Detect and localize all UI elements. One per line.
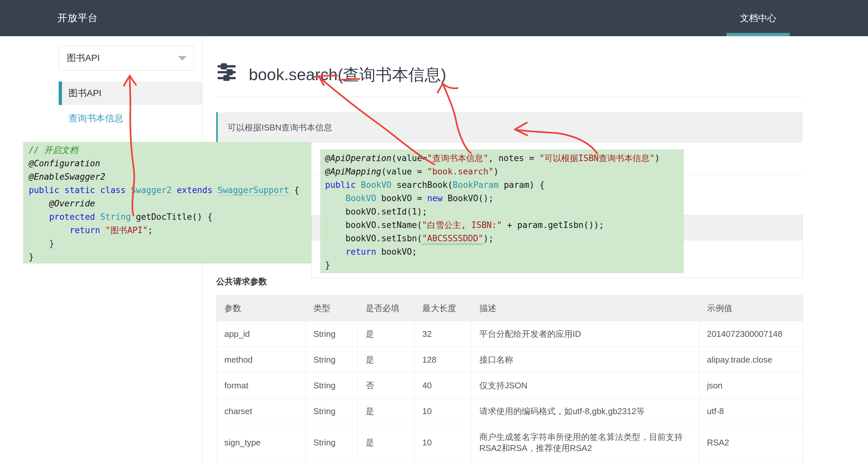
table-cell: 40 [414, 373, 471, 399]
table-cell: RSA2 [699, 424, 803, 461]
table-cell: 是 [358, 399, 414, 424]
table-row: app_idString是32平台分配给开发者的应用ID201407230000… [217, 321, 803, 347]
table-cell: String [306, 373, 358, 399]
indent-guide [326, 199, 326, 261]
code-line: protected String getDocTitle() { [29, 210, 311, 224]
code-line: bookVO.setName("白雪公主, ISBN:" + param.get… [325, 218, 684, 232]
api-select-value: 图书API [67, 52, 100, 64]
table-cell: 是 [358, 321, 414, 347]
table-cell: json [699, 373, 803, 399]
code-line: // 开启文档 [29, 144, 311, 157]
indent-guide [29, 196, 29, 260]
info-banner-text: 可以根据ISBN查询书本信息 [227, 122, 332, 133]
table-column-header: 类型 [306, 296, 358, 321]
code-line: BookVO bookVO = new BookVO(); [325, 192, 684, 205]
code-block-swagger-config: // 开启文档@Configuration@EnableSwagger2publ… [23, 142, 311, 264]
code-line: @ApiOperation(value="查询书本信息", notes = "可… [325, 152, 684, 165]
table-cell: charset [217, 399, 306, 424]
sidebar-item-book-api[interactable]: 图书API [59, 82, 202, 105]
table-cell: 平台分配给开发者的应用ID [471, 321, 699, 347]
table-cell: 接口名称 [471, 347, 699, 373]
table-cell: method [217, 347, 306, 373]
table-row: charsetString是10请求使用的编码格式，如utf-8,gbk,gb2… [217, 399, 803, 424]
top-navigation-bar: 开放平台 文档中心 [0, 0, 868, 36]
table-column-header: 示例值 [699, 296, 803, 321]
table-cell: 是 [358, 424, 414, 461]
table-column-header: 最大长度 [414, 296, 471, 321]
indent-guide [51, 236, 52, 249]
table-cell: String [306, 399, 358, 424]
table-column-header: 参数 [217, 296, 306, 321]
page-title: book.search(查询书本信息) [249, 64, 446, 86]
table-cell: 128 [414, 347, 471, 373]
sidebar-link-query-book-info[interactable]: 查询书本信息 [68, 112, 123, 125]
table-cell [471, 461, 699, 465]
code-line: bookVO.setId(1); [325, 205, 684, 218]
code-line: public static class Swagger2 extends Swa… [29, 184, 311, 197]
table-cell [414, 461, 471, 465]
code-line: bookVO.setIsbn("ABCSSSSDDD"); [325, 232, 684, 245]
table-cell: String [306, 424, 358, 461]
code-line: } [325, 258, 684, 272]
info-banner: 可以根据ISBN查询书本信息 [216, 112, 803, 143]
active-item-accent-bar [59, 82, 62, 105]
title-divider [216, 96, 803, 97]
sidebar-item-label: 图书API [68, 87, 101, 99]
table-cell [699, 461, 803, 465]
table-cell [358, 461, 414, 465]
code-line: @EnableSwagger2 [29, 170, 311, 184]
section-heading-public-request-params: 公共请求参数 [216, 276, 267, 287]
code-block-controller-method: @ApiOperation(value="查询书本信息", notes = "可… [320, 149, 684, 273]
code-line: @Override [29, 197, 311, 210]
nav-item-doc-center[interactable]: 文档中心 [726, 0, 790, 36]
table-column-header: 描述 [471, 296, 699, 321]
table-row-partial [217, 461, 803, 465]
table-cell: format [217, 373, 306, 399]
table-column-header: 是否必填 [358, 296, 414, 321]
table-cell: String [306, 347, 358, 373]
code-line: } [29, 250, 311, 264]
table-cell: 10 [414, 424, 471, 461]
table-cell: 32 [414, 321, 471, 347]
brand-title: 开放平台 [57, 0, 98, 36]
table-cell: app_id [217, 321, 306, 347]
page: 开放平台 文档中心 图书API 图书API 查询书本信息 book.search… [0, 0, 868, 465]
table-cell: utf-8 [699, 399, 803, 424]
chevron-down-icon [178, 56, 187, 61]
table-cell [217, 461, 306, 465]
table-row: formatString否40仅支持JSONjson [217, 373, 803, 399]
code-line: public BookVO searchBook(BookParam param… [325, 178, 684, 192]
code-line: } [29, 237, 311, 250]
public-request-params-table: 参数类型是否必填最大长度描述示例值 app_idString是32平台分配给开发… [216, 295, 803, 465]
api-select-dropdown[interactable]: 图书API [59, 45, 194, 70]
table-cell: 10 [414, 399, 471, 424]
code-line: @Configuration [29, 157, 311, 170]
code-line: return "图书API"; [29, 224, 311, 237]
active-tab-underline [726, 33, 790, 36]
table-cell: 否 [358, 373, 414, 399]
table-header-row: 参数类型是否必填最大长度描述示例值 [217, 296, 803, 321]
table-cell: 仅支持JSON [471, 373, 699, 399]
table-cell: String [306, 321, 358, 347]
table-cell: 请求使用的编码格式，如utf-8,gbk,gb2312等 [471, 399, 699, 424]
table-cell: 商户生成签名字符串所使用的签名算法类型，目前支持RSA2和RSA，推荐使用RSA… [471, 424, 699, 461]
table-row: methodString是128接口名称alipay.trade.close [217, 347, 803, 373]
table-cell: sign_type [217, 424, 306, 461]
sliders-icon [217, 63, 237, 82]
code-line: return bookVO; [325, 245, 684, 258]
table-cell [306, 461, 358, 465]
table-row: sign_typeString是10商户生成签名字符串所使用的签名算法类型，目前… [217, 424, 803, 461]
table-cell: 2014072300007148 [699, 321, 803, 347]
table-cell: 是 [358, 347, 414, 373]
table-cell: alipay.trade.close [699, 347, 803, 373]
code-line: @ApiMapping(value = "book.search") [325, 165, 684, 178]
